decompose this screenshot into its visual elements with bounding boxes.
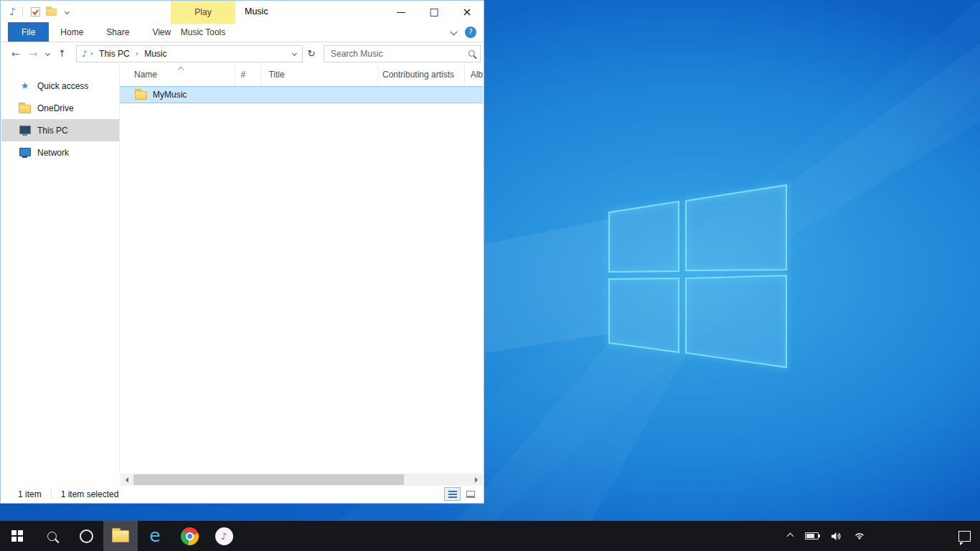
details-view-button[interactable] [444,487,461,501]
main-area: ★ Quick access OneDrive This PC Network … [1,65,483,474]
breadcrumb-this-pc[interactable]: This PC [96,47,133,60]
qat-properties-button[interactable] [28,4,44,19]
file-list-pane: Name # Title Contributing artists Alb My… [120,65,483,474]
window-controls: — □ × [385,1,484,22]
action-center-button[interactable] [948,521,980,551]
chevron-down-icon [451,29,458,36]
taskbar-search-button[interactable] [34,521,69,551]
expand-ribbon-button[interactable] [451,29,456,34]
sort-ascending-icon [178,67,184,72]
address-dropdown-button[interactable] [288,46,301,62]
volume-button[interactable] [831,532,842,541]
sidebar-item-label: Network [37,148,69,158]
sidebar-item-this-pc[interactable]: This PC [1,119,119,141]
search-icon[interactable] [468,50,475,57]
scrollbar-thumb[interactable] [133,474,404,485]
column-header-name[interactable]: Name [120,65,235,85]
taskbar-itunes-button[interactable]: ♪ [207,521,241,551]
wifi-icon [854,532,865,540]
folder-icon [135,91,147,100]
contextual-tab-group-header[interactable]: Play [171,1,235,24]
file-explorer-icon [112,530,129,542]
breadcrumb-separator: › [136,49,138,58]
chevron-down-icon [291,51,296,56]
taskbar: e ♪ [0,521,980,551]
large-icons-view-icon [466,491,475,498]
tab-file[interactable]: File [8,22,49,42]
chevron-down-icon [65,9,70,14]
taskbar-chrome-button[interactable] [172,521,207,551]
forward-arrow-icon: → [29,48,38,60]
navigation-pane: ★ Quick access OneDrive This PC Network [1,65,120,474]
help-icon: ? [468,27,473,37]
chevron-up-icon [787,532,794,540]
itunes-icon: ♪ [215,527,233,545]
speaker-icon [831,532,842,541]
taskbar-file-explorer-button[interactable] [103,521,138,551]
forward-button[interactable]: → [24,44,42,63]
system-tray [788,521,948,551]
column-header-number[interactable]: # [235,65,262,85]
properties-icon [31,7,40,17]
network-button[interactable] [854,532,865,540]
triangle-left-icon [123,477,128,483]
sidebar-item-quick-access[interactable]: ★ Quick access [1,75,119,97]
address-row: ← → ↑ ♪ › This PC › Music ↻ [1,42,484,65]
column-header-contributing-artists[interactable]: Contributing artists [378,65,465,85]
sidebar-item-onedrive[interactable]: OneDrive [1,97,119,119]
qat-new-folder-button[interactable] [44,4,60,19]
maximize-button[interactable]: □ [418,1,451,22]
sidebar-item-network[interactable]: Network [1,141,119,164]
tab-music-tools[interactable]: Music Tools [171,22,235,42]
cortana-button[interactable] [69,521,103,551]
close-button[interactable]: × [451,1,484,22]
search-input[interactable] [329,48,466,60]
selected-count-label: 1 item selected [61,489,119,499]
window-title: Music [245,1,268,22]
recent-locations-button[interactable] [42,44,53,63]
battery-icon [805,532,819,540]
internet-explorer-icon: e [149,528,160,545]
scrollbar-track[interactable] [133,474,471,486]
tab-home[interactable]: Home [49,22,95,42]
search-box [324,45,481,62]
horizontal-scrollbar[interactable] [121,474,483,486]
chevron-down-icon [45,51,50,56]
qat-separator [22,6,23,17]
up-button[interactable]: ↑ [53,44,71,63]
large-icons-view-button[interactable] [462,487,479,501]
tab-share[interactable]: Share [95,22,141,42]
details-view-icon [448,491,457,498]
file-row-mymusic[interactable]: MyMusic [120,86,483,103]
breadcrumb-music[interactable]: Music [141,47,169,60]
windows-start-icon [11,530,23,542]
qat-customize-button[interactable] [60,4,75,19]
status-bar: 1 item 1 item selected [1,486,483,502]
sidebar-item-label: Quick access [37,81,88,91]
column-header-album[interactable]: Alb [465,65,483,85]
action-center-icon [958,531,971,542]
start-button[interactable] [0,521,34,551]
show-hidden-icons-button[interactable] [788,534,793,539]
explorer-window: ♪ Play Music — □ × File Home Share View … [0,0,484,504]
scroll-left-button[interactable] [121,474,133,486]
breadcrumb-separator: › [90,49,93,58]
minimize-button[interactable]: — [385,1,418,22]
view-toggles [444,487,479,501]
quick-access-star-icon: ★ [21,80,29,91]
taskbar-internet-explorer-button[interactable]: e [138,521,172,551]
back-button[interactable]: ← [6,44,24,63]
column-header-row: Name # Title Contributing artists Alb [120,65,483,85]
help-button[interactable]: ? [465,27,476,38]
up-arrow-icon: ↑ [58,48,66,59]
battery-button[interactable] [805,532,819,540]
app-music-icon: ♪ [9,6,16,17]
file-name-label: MyMusic [153,90,187,100]
column-header-title[interactable]: Title [261,65,378,85]
computer-icon [19,126,31,134]
refresh-button[interactable]: ↻ [304,45,319,62]
scroll-right-button[interactable] [471,474,483,486]
sidebar-item-label: This PC [37,126,68,136]
status-separator [51,489,52,499]
address-bar[interactable]: ♪ › This PC › Music [76,45,303,62]
